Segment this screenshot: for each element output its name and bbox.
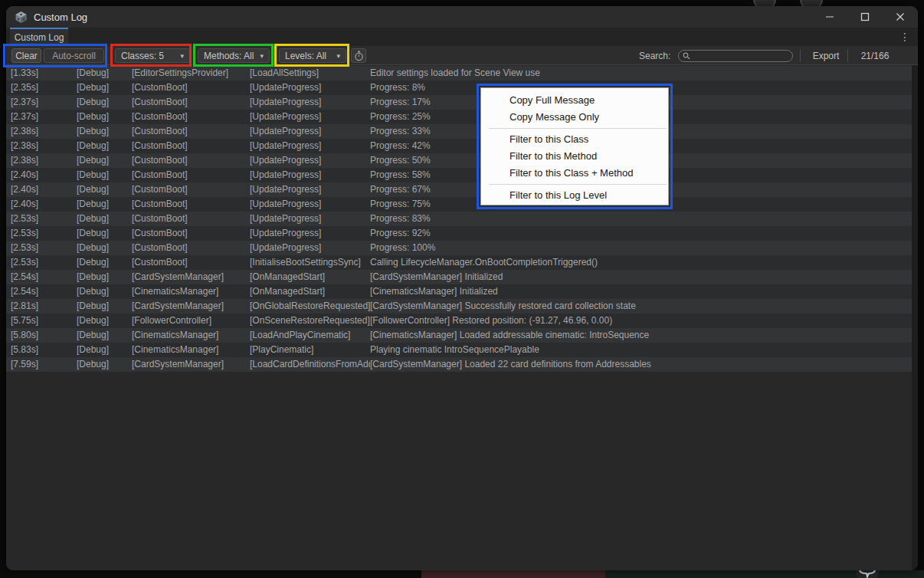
scrollbar[interactable] [912, 65, 918, 570]
log-cell-cls: [CinematicsManager] [132, 284, 250, 299]
log-cell-cls: [CustomBoot] [132, 197, 250, 212]
log-cell-time: [2.38s] [11, 124, 77, 139]
log-row[interactable]: [2.38s][Debug][CustomBoot][UpdateProgres… [6, 124, 912, 139]
log-cell-msg: [FollowerController] Restored position: … [370, 314, 912, 328]
clear-button[interactable]: Clear [11, 48, 41, 63]
levels-dropdown[interactable]: Levels: All ▾ [279, 48, 346, 63]
log-row[interactable]: [2.53s][Debug][CustomBoot][InitialiseBoo… [6, 255, 912, 270]
log-cell-msg: Editor settings loaded for Scene View us… [370, 66, 912, 80]
search-input[interactable] [693, 51, 785, 61]
log-row[interactable]: [2.53s][Debug][CustomBoot][UpdateProgres… [6, 212, 912, 226]
log-cell-method: [UpdateProgress] [250, 110, 370, 124]
menu-separator [489, 184, 667, 185]
log-cell-time: [2.40s] [11, 168, 77, 182]
log-row[interactable]: [2.54s][Debug][CinematicsManager][OnMana… [6, 284, 912, 299]
log-row[interactable]: [5.75s][Debug][FollowerController][OnSce… [6, 314, 912, 328]
toolbar-separator [800, 49, 801, 62]
log-cell-cls: [CustomBoot] [132, 139, 250, 153]
log-cell-method: [UpdateProgress] [250, 139, 370, 153]
tab-label: Custom Log [15, 32, 64, 43]
stopwatch-icon[interactable] [351, 48, 366, 63]
log-cell-level: [Debug] [77, 124, 132, 139]
log-cell-method: [LoadAllSettings] [250, 66, 370, 80]
menu-item-filter-to-this-log-level[interactable]: Filter to this Log Level [481, 187, 668, 204]
autoscroll-toggle[interactable]: Auto-scroll [44, 48, 104, 63]
log-row[interactable]: [2.81s][Debug][CardSystemManager][OnGlob… [6, 299, 912, 314]
log-cell-method: [UpdateProgress] [250, 153, 370, 168]
log-row[interactable]: [1.33s][Debug][EditorSettingsProvider][L… [6, 66, 912, 80]
log-cell-level: [Debug] [77, 110, 132, 124]
menu-item-copy-full-message[interactable]: Copy Full Message [481, 92, 668, 109]
log-row[interactable]: [2.37s][Debug][CustomBoot][UpdateProgres… [6, 95, 912, 110]
overflow-menu-icon[interactable]: ⋮ [899, 30, 910, 44]
log-cell-level: [Debug] [77, 168, 132, 182]
search-label: Search: [639, 48, 670, 63]
log-row[interactable]: [2.37s][Debug][CustomBoot][UpdateProgres… [6, 110, 912, 124]
log-cell-time: [2.38s] [11, 153, 77, 168]
log-cell-msg: [CardSystemManager] Loaded 22 card defin… [370, 357, 912, 372]
menu-item-filter-to-this-class-method[interactable]: Filter to this Class + Method [481, 165, 668, 182]
log-rows: [1.33s][Debug][EditorSettingsProvider][L… [6, 66, 912, 372]
search-icon [683, 52, 690, 60]
tab-custom-log[interactable]: Custom Log [10, 28, 68, 46]
log-cell-level: [Debug] [77, 255, 132, 270]
close-button[interactable] [883, 6, 918, 28]
log-cell-cls: [CustomBoot] [132, 153, 250, 168]
log-cell-method: [OnSceneRestoreRequested] [250, 314, 370, 328]
log-cell-level: [Debug] [77, 139, 132, 153]
menu-item-filter-to-this-method[interactable]: Filter to this Method [481, 148, 668, 165]
log-cell-level: [Debug] [77, 182, 132, 197]
log-cell-cls: [CustomBoot] [132, 110, 250, 124]
desktop-background-strip [0, 570, 924, 578]
methods-dropdown[interactable]: Methods: All ▾ [198, 48, 270, 63]
log-cell-cls: [CustomBoot] [132, 95, 250, 110]
log-cell-time: [5.80s] [11, 328, 77, 343]
log-row[interactable]: [2.40s][Debug][CustomBoot][UpdateProgres… [6, 168, 912, 182]
minimize-button[interactable] [812, 6, 847, 28]
maximize-button[interactable] [847, 6, 883, 28]
log-cell-level: [Debug] [77, 314, 132, 328]
title-bar[interactable]: Custom Log [6, 6, 918, 28]
log-cell-time: [5.75s] [11, 314, 77, 328]
menu-item-copy-message-only[interactable]: Copy Message Only [481, 109, 668, 126]
log-list[interactable]: [1.33s][Debug][EditorSettingsProvider][L… [6, 65, 918, 570]
log-cell-msg: Progress: 92% [370, 226, 912, 241]
log-row[interactable]: [2.38s][Debug][CustomBoot][UpdateProgres… [6, 139, 912, 153]
log-cell-level: [Debug] [77, 153, 132, 168]
log-cell-method: [OnManagedStart] [250, 270, 370, 284]
menu-item-filter-to-this-class[interactable]: Filter to this Class [481, 131, 668, 148]
classes-dropdown[interactable]: Classes: 5 ▾ [115, 48, 190, 63]
log-cell-level: [Debug] [77, 270, 132, 284]
app-dice-icon [15, 11, 28, 24]
levels-dropdown-label: Levels: All [285, 51, 326, 61]
log-cell-cls: [CustomBoot] [132, 255, 250, 270]
log-cell-method: [UpdateProgress] [250, 95, 370, 110]
log-cell-method: [InitialiseBootSettingsSync] [250, 255, 370, 270]
log-row[interactable]: [2.35s][Debug][CustomBoot][UpdateProgres… [6, 80, 912, 95]
log-cell-level: [Debug] [77, 357, 132, 372]
log-cell-time: [2.40s] [11, 182, 77, 197]
log-row[interactable]: [2.53s][Debug][CustomBoot][UpdateProgres… [6, 226, 912, 241]
log-cell-msg: [CinematicsManager] Initialized [370, 284, 912, 299]
background-segment [421, 570, 605, 578]
log-cell-level: [Debug] [77, 80, 132, 95]
log-cell-cls: [CustomBoot] [132, 212, 250, 226]
log-cell-time: [2.38s] [11, 139, 77, 153]
log-cell-method: [LoadAndPlayCinematic] [250, 328, 370, 343]
log-cell-cls: [CustomBoot] [132, 182, 250, 197]
log-row[interactable]: [5.80s][Debug][CinematicsManager][LoadAn… [6, 328, 912, 343]
log-row[interactable]: [2.38s][Debug][CustomBoot][UpdateProgres… [6, 153, 912, 168]
log-row[interactable]: [2.40s][Debug][CustomBoot][UpdateProgres… [6, 182, 912, 197]
log-row[interactable]: [2.53s][Debug][CustomBoot][UpdateProgres… [6, 241, 912, 255]
classes-dropdown-label: Classes: 5 [121, 51, 164, 61]
search-field[interactable] [678, 50, 793, 62]
log-cell-level: [Debug] [77, 299, 132, 314]
log-row[interactable]: [2.40s][Debug][CustomBoot][UpdateProgres… [6, 197, 912, 212]
log-row[interactable]: [7.59s][Debug][CardSystemManager][LoadCa… [6, 357, 912, 372]
log-row[interactable]: [5.83s][Debug][CinematicsManager][PlayCi… [6, 343, 912, 357]
log-cell-method: [UpdateProgress] [250, 182, 370, 197]
chevron-down-icon: ▾ [336, 52, 340, 60]
log-cell-time: [1.33s] [11, 66, 77, 80]
export-button[interactable]: Export [806, 48, 846, 63]
log-row[interactable]: [2.54s][Debug][CardSystemManager][OnMana… [6, 270, 912, 284]
